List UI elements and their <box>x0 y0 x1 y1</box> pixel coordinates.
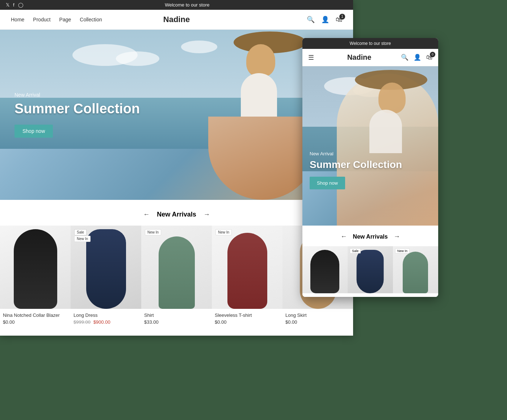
desktop-shop-now-button[interactable]: Shop now <box>14 125 53 138</box>
product-price-blazer: $0.00 <box>3 319 68 325</box>
social-bar: 𝕏 f ◯ Welcome to our store <box>0 0 353 10</box>
mobile-brand: Nadine <box>318 53 401 62</box>
mobile-hero-subtitle: New Arrival <box>310 151 402 156</box>
mobile-product-card-dress[interactable]: Sale <box>348 246 393 293</box>
product-image-tshirt: New In <box>212 226 282 309</box>
mobile-new-arrivals-next-button[interactable]: → <box>394 233 400 240</box>
product-image-dress: Sale New In <box>71 226 141 309</box>
mobile-hero-title: Summer Collection <box>310 159 402 171</box>
product-badge-sale: Sale <box>74 229 87 235</box>
product-badge-tshirt: New In <box>215 229 232 235</box>
product-card-tshirt[interactable]: New In Sleeveless T-shirt $0.00 <box>212 226 282 328</box>
product-name-shirt: Shirt <box>144 312 209 318</box>
twitter-icon[interactable]: 𝕏 <box>6 2 9 8</box>
nav-home[interactable]: Home <box>11 17 24 22</box>
mobile-announcement-text: Welcome to our store <box>350 41 391 46</box>
product-card-blazer[interactable]: Nina Notched Collar Blazer $0.00 <box>0 226 71 328</box>
product-info-blazer: Nina Notched Collar Blazer $0.00 <box>0 309 71 328</box>
mobile-product-badge-sale: Sale <box>350 248 361 253</box>
product-info-dress: Long Dress $999.00 $900.00 <box>71 309 141 328</box>
mobile-new-arrivals-header: ← New Arrivals → <box>302 226 438 246</box>
mobile-product-card-shirt[interactable]: New In <box>393 246 438 293</box>
hero-content: New Arrival Summer Collection Shop now <box>14 92 140 138</box>
mobile-product-image-dress: Sale <box>348 246 393 293</box>
new-arrivals-title: New Arrivals <box>157 211 196 218</box>
product-name-tshirt: Sleeveless T-shirt <box>215 312 280 318</box>
mobile-announcement-bar: Welcome to our store <box>302 38 438 49</box>
desktop-product-grid: Nina Notched Collar Blazer $0.00 Sale Ne… <box>0 226 353 336</box>
product-image-shirt: New In <box>141 226 212 309</box>
product-price-tshirt: $0.00 <box>215 319 280 325</box>
product-price-dress: $999.00 $900.00 <box>74 319 138 325</box>
nav-collection[interactable]: Collection <box>80 17 102 22</box>
desktop-new-arrivals-header: ← New Arrivals → <box>0 200 353 226</box>
desktop-cart-icon[interactable]: 🛍 1 <box>336 16 342 24</box>
mobile-window: Welcome to our store ☰ Nadine 🔍 👤 🛍 0 <box>302 38 438 297</box>
facebook-icon[interactable]: f <box>13 2 14 8</box>
desktop-brand: Nadine <box>121 15 232 24</box>
desktop-window: 𝕏 f ◯ Welcome to our store Home Product … <box>0 0 353 336</box>
product-price-skirt: $0.00 <box>285 319 350 325</box>
product-name-blazer: Nina Notched Collar Blazer <box>3 312 68 318</box>
product-price-original-dress: $999.00 <box>74 319 91 325</box>
mobile-cart-icon[interactable]: 🛍 0 <box>426 54 432 61</box>
instagram-icon[interactable]: ◯ <box>18 2 24 8</box>
hamburger-menu-icon[interactable]: ☰ <box>308 54 314 62</box>
mobile-hero-bg <box>302 66 438 226</box>
hero-title: Summer Collection <box>14 101 140 117</box>
nav-product[interactable]: Product <box>33 17 50 22</box>
mobile-new-arrivals-title: New Arrivals <box>353 234 387 240</box>
product-info-tshirt: Sleeveless T-shirt $0.00 <box>212 309 282 328</box>
product-info-skirt: Long Skirt $0.00 <box>282 309 353 328</box>
desktop-hero: New Arrival Summer Collection Shop now <box>0 30 353 200</box>
desktop-account-icon[interactable]: 👤 <box>321 16 329 24</box>
product-price-sale-dress: $900.00 <box>93 319 110 325</box>
product-card-dress[interactable]: Sale New In Long Dress $999.00 $900.00 <box>71 226 141 328</box>
mobile-new-arrivals-prev-button[interactable]: ← <box>340 233 347 240</box>
new-arrivals-next-button[interactable]: → <box>204 211 210 218</box>
mobile-hero-torso <box>369 110 402 153</box>
nav-page[interactable]: Page <box>59 17 71 22</box>
mobile-hero-head <box>378 83 406 113</box>
hero-subtitle: New Arrival <box>14 92 140 98</box>
mobile-nav: ☰ Nadine 🔍 👤 🛍 0 <box>302 49 438 66</box>
product-name-dress: Long Dress <box>74 312 138 318</box>
desktop-search-icon[interactable]: 🔍 <box>307 16 315 24</box>
nav-links: Home Product Page Collection <box>11 17 121 22</box>
mobile-cart-badge: 0 <box>430 52 435 57</box>
product-badge-new-in: New In <box>74 236 91 242</box>
product-card-shirt[interactable]: New In Shirt $33.00 <box>141 226 212 328</box>
mobile-nav-icons: 🔍 👤 🛍 0 <box>401 54 432 61</box>
mobile-hero: New Arrival Summer Collection Shop now <box>302 66 438 226</box>
mobile-search-icon[interactable]: 🔍 <box>401 54 408 61</box>
product-name-skirt: Long Skirt <box>285 312 350 318</box>
mobile-account-icon[interactable]: 👤 <box>414 54 421 61</box>
product-info-shirt: Shirt $33.00 <box>141 309 212 328</box>
mobile-product-strip: Sale New In <box>302 246 438 297</box>
desktop-nav: Home Product Page Collection Nadine 🔍 👤 … <box>0 10 353 30</box>
mobile-hero-content: New Arrival Summer Collection Shop now <box>310 151 402 189</box>
mobile-product-badge-shirt: New In <box>395 248 410 253</box>
product-image-blazer <box>0 226 71 309</box>
mobile-shop-now-button[interactable]: Shop now <box>310 177 345 189</box>
mobile-product-image-blazer <box>302 246 348 293</box>
desktop-cart-badge: 1 <box>339 14 345 20</box>
product-badge-shirt: New In <box>145 229 161 235</box>
new-arrivals-prev-button[interactable]: ← <box>143 211 150 218</box>
desktop-nav-icons: 🔍 👤 🛍 1 <box>232 16 342 24</box>
mobile-product-card-blazer[interactable] <box>302 246 348 293</box>
mobile-product-image-shirt: New In <box>393 246 438 293</box>
product-price-shirt: $33.00 <box>144 319 209 325</box>
desktop-announcement-text: Welcome to our store <box>27 2 347 8</box>
